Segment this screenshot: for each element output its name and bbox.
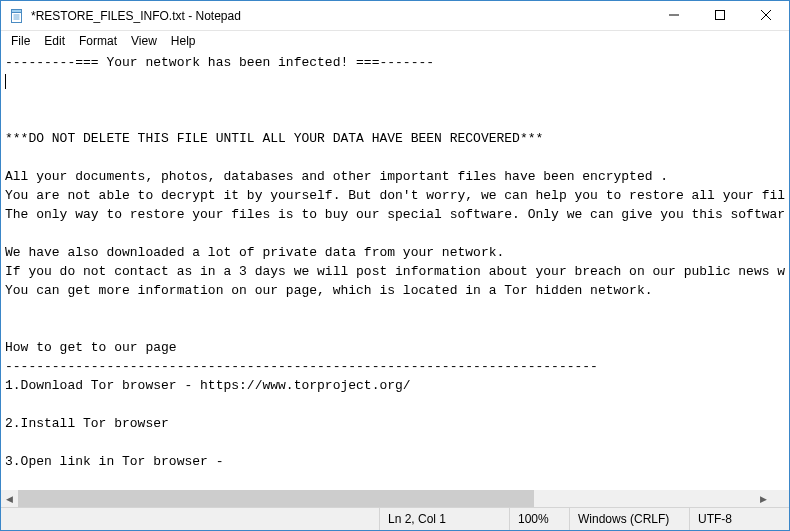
menu-edit[interactable]: Edit <box>38 33 71 49</box>
minimize-button[interactable] <box>651 1 697 31</box>
close-button[interactable] <box>743 1 789 31</box>
scroll-right-arrow-icon[interactable]: ▶ <box>755 490 772 507</box>
scroll-thumb[interactable] <box>18 490 534 507</box>
svg-rect-1 <box>12 9 22 12</box>
editor-area: ---------=== Your network has been infec… <box>1 51 789 507</box>
menu-format[interactable]: Format <box>73 33 123 49</box>
maximize-button[interactable] <box>697 1 743 31</box>
menubar: File Edit Format View Help <box>1 31 789 51</box>
text-editor[interactable]: ---------=== Your network has been infec… <box>1 51 789 490</box>
close-icon <box>761 10 771 22</box>
menu-file[interactable]: File <box>5 33 36 49</box>
window-controls <box>651 1 789 30</box>
notepad-icon <box>9 8 25 24</box>
titlebar: *RESTORE_FILES_INFO.txt - Notepad <box>1 1 789 31</box>
window-title: *RESTORE_FILES_INFO.txt - Notepad <box>31 9 241 23</box>
statusbar: Ln 2, Col 1 100% Windows (CRLF) UTF-8 <box>1 507 789 530</box>
scroll-left-arrow-icon[interactable]: ◀ <box>1 490 18 507</box>
status-line-ending: Windows (CRLF) <box>569 508 689 530</box>
scroll-corner <box>772 490 789 507</box>
menu-help[interactable]: Help <box>165 33 202 49</box>
minimize-icon <box>669 10 679 22</box>
svg-rect-6 <box>716 11 725 20</box>
titlebar-left: *RESTORE_FILES_INFO.txt - Notepad <box>1 8 241 24</box>
menu-view[interactable]: View <box>125 33 163 49</box>
scroll-track[interactable] <box>18 490 755 507</box>
status-line-col: Ln 2, Col 1 <box>379 508 509 530</box>
notepad-window: *RESTORE_FILES_INFO.txt - Notepad File <box>0 0 790 531</box>
status-zoom: 100% <box>509 508 569 530</box>
maximize-icon <box>715 10 725 22</box>
status-encoding: UTF-8 <box>689 508 789 530</box>
horizontal-scrollbar[interactable]: ◀ ▶ <box>1 490 772 507</box>
